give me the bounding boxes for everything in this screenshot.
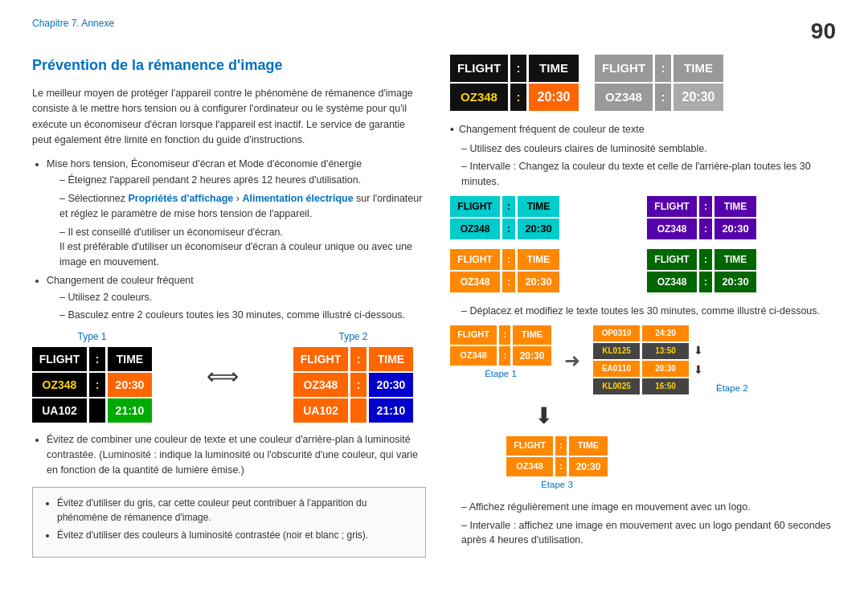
note-list: Évitez d'utiliser du gris, car cette cou… [44, 496, 414, 542]
td-dark-colon2: : [510, 84, 526, 111]
etape3-block: FLIGHT : TIME OZ348 : 20:30 Étape 3 [506, 436, 608, 492]
e2-kl1t: 13:50 [642, 343, 689, 359]
td-dark-time: TIME [529, 55, 579, 82]
bullet-list-2: Évitez de combiner une couleur de texte … [32, 432, 426, 477]
gd-purple-flight: FLIGHT [647, 196, 697, 217]
td-dark-flight: FLIGHT [450, 55, 508, 82]
gd-orange-oz: OZ348 [450, 272, 500, 292]
e2-eat: 20:30 [642, 361, 689, 377]
gd-purple-oz: OZ348 [647, 219, 697, 239]
etape2-block: OP0310 24:20 KL0125 13:50 EA0110 20:30 [593, 325, 703, 396]
e1-time: TIME [513, 325, 551, 345]
gd-dark2-time-val: 20:30 [714, 272, 756, 292]
t2-row2-time: 21:10 [369, 398, 413, 423]
e3-time: TIME [569, 436, 608, 456]
gd-dark2-colon: : [699, 249, 712, 270]
t2-header-flight: FLIGHT [293, 347, 348, 371]
type2-block: Type 2 FLIGHT : TIME OZ348 : 20:30 [293, 329, 413, 424]
t2-row2-ua: UA102 [293, 398, 348, 423]
e3-oz: OZ348 [506, 457, 553, 476]
sec1-sub1: Utilisez des couleurs claires de luminos… [461, 141, 836, 157]
grid-display-purple: FLIGHT : TIME OZ348 : 20:30 [647, 196, 836, 241]
sec3-sub2: Intervalle : affichez une image en mouve… [461, 518, 836, 549]
t2-header-time: TIME [369, 347, 413, 371]
e1-flight: FLIGHT [450, 325, 497, 345]
t1-row2-time: 21:10 [108, 398, 152, 423]
t1-row2-ua: UA102 [32, 398, 87, 423]
t1-row1-time: 20:30 [108, 373, 152, 397]
gd-dark2-colon2: : [699, 272, 712, 292]
arrow-down-etape: ⬇ [450, 399, 836, 433]
grid-display-dark2: FLIGHT : TIME OZ348 : 20:30 [647, 249, 836, 294]
etape2-display: OP0310 24:20 KL0125 13:50 EA0110 20:30 [593, 325, 689, 396]
etape-row-1-2: FLIGHT : TIME OZ348 : 20:30 Étape 1 [450, 325, 836, 396]
e2-header: OP0310 [593, 325, 640, 341]
td-dark-oz: OZ348 [450, 84, 508, 111]
etape2-label: Étape 2 [716, 382, 748, 395]
section1-bullet-text: Changement fréquent de couleur de texte [459, 122, 645, 137]
sec2-sub: Déplacez et modifiez le texte toutes les… [461, 304, 836, 319]
td-dark-colon: : [510, 55, 526, 82]
etape3-display: FLIGHT : TIME OZ348 : 20:30 [506, 436, 608, 476]
arrow-between-types: ⟺ [207, 360, 239, 394]
sec3-sub1: Affichez régulièrement une image en mouv… [461, 500, 836, 515]
gd-cyan-time-val: 20:30 [518, 219, 559, 239]
sub-item-2-2: Basculez entre 2 couleurs toutes les 30 … [59, 308, 426, 323]
gd-cyan-colon: : [502, 196, 515, 217]
gd-dark2-oz: OZ348 [647, 272, 697, 292]
e2-kl2t: 16:50 [642, 378, 689, 394]
t1-row1-oz: OZ348 [32, 373, 87, 397]
intro-text: Le meilleur moyen de protéger l'appareil… [32, 86, 426, 149]
bullet-2: Changement de couleur fréquent Utilisez … [47, 273, 426, 323]
sub-item-1-1: Éteignez l'appareil pendant 2 heures apr… [59, 173, 426, 188]
etape1-display: FLIGHT : TIME OZ348 : 20:30 [450, 325, 551, 366]
etape1-label: Étape 1 [450, 367, 551, 381]
t1-header-colon: : [89, 347, 105, 371]
type1-display: FLIGHT : TIME OZ348 : 20:30 UA102 [32, 347, 152, 424]
sub-list-1: Éteignez l'appareil pendant 2 heures apr… [47, 173, 426, 270]
section2-sub-list: Déplacez et modifiez le texte toutes les… [450, 304, 836, 319]
e1-oz: OZ348 [450, 346, 497, 366]
sec1-sub2: Intervalle : Changez la couleur du texte… [461, 159, 836, 190]
gd-orange-colon: : [502, 249, 515, 270]
t2-row1-time: 20:30 [369, 373, 413, 397]
t1-header-flight: FLIGHT [32, 347, 87, 371]
bullet-dot-1: • [450, 122, 454, 138]
type1-block: Type 1 FLIGHT : TIME OZ348 : 20:30 [32, 329, 152, 424]
e3-flight: FLIGHT [506, 436, 553, 456]
left-column: Prévention de la rémanence d'image Le me… [32, 55, 426, 558]
top-display-gray: FLIGHT : TIME OZ348 : 20:30 [595, 55, 723, 112]
section-title: Prévention de la rémanence d'image [32, 55, 426, 76]
section1-bullet-row: • Changement fréquent de couleur de text… [450, 122, 836, 138]
down-arrow-icon: ⬇ [534, 403, 553, 428]
page-number: 90 [811, 14, 836, 48]
sub-list-2: Utilisez 2 couleurs. Basculez entre 2 co… [47, 290, 426, 324]
note-box: Évitez d'utiliser du gris, car cette cou… [32, 487, 426, 558]
type1-label: Type 1 [32, 329, 152, 344]
type2-label: Type 2 [293, 329, 413, 344]
gd-cyan-oz: OZ348 [450, 219, 500, 239]
gd-cyan-flight: FLIGHT [450, 196, 500, 217]
note-item-2: Évitez d'utiliser des couleurs à luminos… [57, 528, 414, 542]
note-item-1: Évitez d'utiliser du gris, car cette cou… [57, 496, 414, 525]
chapter-label: Chapitre 7. Annexe [32, 16, 836, 31]
t2-row1-oz: OZ348 [293, 373, 348, 397]
gd-dark2-flight: FLIGHT [647, 249, 697, 270]
e1-colon: : [499, 325, 510, 345]
sub-item-1-3: Il est conseillé d'utiliser un économise… [59, 225, 426, 270]
section3-list: Affichez régulièrement une image en mouv… [450, 500, 836, 548]
etape3-label: Étape 3 [506, 478, 608, 492]
gd-orange-time-val: 20:30 [518, 272, 559, 292]
td-gray-colon: : [655, 55, 671, 82]
e1-time-val: 20:30 [513, 346, 551, 366]
e2-kl2: KL0025 [593, 378, 640, 394]
top-display-dark: FLIGHT : TIME OZ348 : 20:30 [450, 55, 579, 112]
gd-purple-time-val: 20:30 [714, 219, 756, 239]
types-row: Type 1 FLIGHT : TIME OZ348 : 20:30 [32, 329, 426, 424]
td-gray-time-val: 20:30 [674, 84, 723, 111]
t2-row2-colon [350, 398, 366, 423]
td-gray-colon2: : [655, 84, 671, 111]
top-displays: FLIGHT : TIME OZ348 : 20:30 FLIGHT : [450, 55, 836, 112]
main-content: Prévention de la rémanence d'image Le me… [32, 55, 836, 558]
type2-display: FLIGHT : TIME OZ348 : 20:30 UA102 [293, 347, 413, 424]
